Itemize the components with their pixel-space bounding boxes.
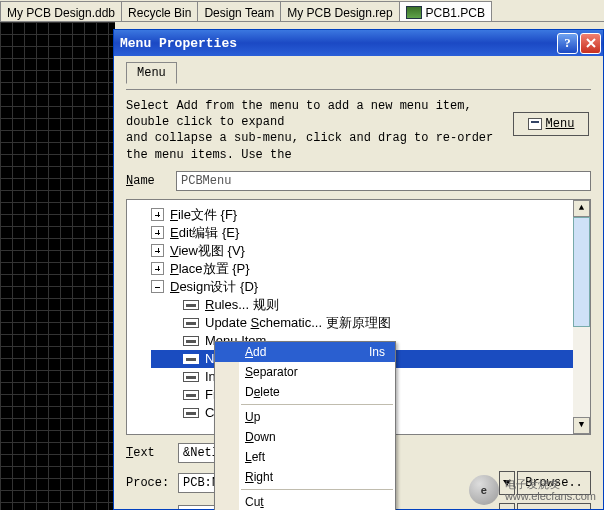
tab-designteam[interactable]: Design Team <box>197 1 281 21</box>
process-dropdown-button[interactable] <box>499 471 515 495</box>
menuitem-icon <box>183 390 199 400</box>
document-tabstrip: My PCB Design.ddb Recycle Bin Design Tea… <box>0 0 604 22</box>
chevron-down-icon <box>503 480 511 486</box>
tree-node-design[interactable]: Design设计 {D} <box>151 278 586 296</box>
instruction-text-1: Select Add from the menu to add a new me… <box>126 98 496 130</box>
info-button[interactable]: Info... <box>517 503 591 509</box>
params-dropdown-button[interactable] <box>499 503 515 509</box>
params-label: Param <box>126 508 176 509</box>
ctx-right[interactable]: Right <box>215 467 395 487</box>
menuitem-icon <box>183 336 199 346</box>
tab-recycle[interactable]: Recycle Bin <box>121 1 198 21</box>
ctx-add[interactable]: AddIns <box>215 342 395 362</box>
menu-button[interactable]: Menu <box>513 112 589 136</box>
tab-ddb[interactable]: My PCB Design.ddb <box>0 1 122 21</box>
tree-node-view[interactable]: View视图 {V} <box>151 242 586 260</box>
ctx-delete[interactable]: Delete <box>215 382 395 402</box>
dialog-titlebar[interactable]: Menu Properties ? <box>114 30 603 56</box>
name-label: Name <box>126 174 170 188</box>
instruction-text-2: and collapse a sub-menu, click and drag … <box>126 130 496 162</box>
scroll-thumb[interactable] <box>573 217 590 327</box>
ctx-up[interactable]: Up <box>215 407 395 427</box>
tree-item-rules[interactable]: Rules... 规则 <box>151 296 586 314</box>
name-input[interactable] <box>176 171 591 191</box>
tree-node-file[interactable]: File文件 {F} <box>151 206 586 224</box>
ctx-down[interactable]: Down <box>215 427 395 447</box>
scroll-down-button[interactable]: ▼ <box>573 417 590 434</box>
scroll-track[interactable] <box>573 217 590 417</box>
menu-icon <box>528 118 542 130</box>
ctx-left[interactable]: Left <box>215 447 395 467</box>
tree-item-update-schematic[interactable]: Update Schematic... 更新原理图 <box>151 314 586 332</box>
browse-button[interactable]: Browse.. <box>517 471 591 495</box>
close-button[interactable] <box>580 33 601 54</box>
tab-pcb1[interactable]: PCB1.PCB <box>399 1 492 21</box>
menuitem-icon <box>183 408 199 418</box>
pcb-canvas[interactable] <box>0 22 115 510</box>
collapse-icon[interactable] <box>151 280 164 293</box>
expand-icon[interactable] <box>151 262 164 275</box>
menuitem-icon <box>183 372 199 382</box>
ctx-add-accel: Ins <box>369 345 385 359</box>
process-label: Proce: <box>126 476 176 490</box>
dialog-title: Menu Properties <box>120 36 237 51</box>
ctx-separator[interactable]: Separator <box>215 362 395 382</box>
subtab-menu[interactable]: Menu <box>126 62 177 84</box>
scroll-up-button[interactable]: ▲ <box>573 200 590 217</box>
tree-node-place[interactable]: Place放置 {P} <box>151 260 586 278</box>
tree-scrollbar[interactable]: ▲ ▼ <box>573 200 590 434</box>
menuitem-icon <box>183 354 199 364</box>
close-icon <box>585 37 597 49</box>
expand-icon[interactable] <box>151 208 164 221</box>
help-button[interactable]: ? <box>557 33 578 54</box>
tab-pcb1-label: PCB1.PCB <box>426 6 485 20</box>
ctx-cut[interactable]: Cut <box>215 492 395 510</box>
expand-icon[interactable] <box>151 226 164 239</box>
tab-rep[interactable]: My PCB Design.rep <box>280 1 399 21</box>
context-menu-divider <box>241 404 393 405</box>
tree-context-menu: AddIns Separator Delete Up Down Left Rig… <box>214 341 396 510</box>
menuitem-icon <box>183 300 199 310</box>
menu-button-label: Menu <box>546 117 575 131</box>
tree-node-edit[interactable]: Edit编辑 {E} <box>151 224 586 242</box>
expand-icon[interactable] <box>151 244 164 257</box>
pcb-file-icon <box>406 6 422 19</box>
context-menu-divider <box>241 489 393 490</box>
text-label: Text <box>126 446 176 460</box>
menuitem-icon <box>183 318 199 328</box>
